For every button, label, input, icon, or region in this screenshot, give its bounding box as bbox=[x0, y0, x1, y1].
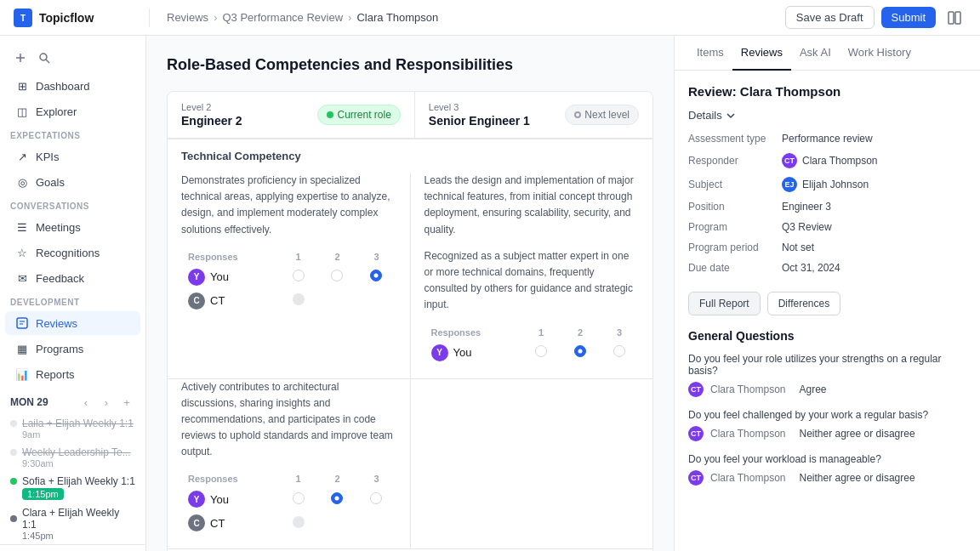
responses-header: Responses bbox=[181, 248, 279, 265]
question-block-1: Do you feel your role utilizes your stre… bbox=[688, 353, 966, 397]
next-role-badge: Next level bbox=[565, 105, 639, 125]
radio-1-2[interactable] bbox=[331, 270, 343, 281]
responses-header-2: Responses bbox=[181, 470, 279, 487]
details-row-assessment: Assessment type Performance review bbox=[688, 128, 966, 149]
sidebar-item-meetings[interactable]: ☰ Meetings bbox=[5, 215, 140, 239]
reviews-icon bbox=[15, 316, 29, 330]
answer-row-1: CT Clara Thompson Agree bbox=[688, 382, 966, 397]
col-3: 3 bbox=[356, 248, 396, 265]
competency-section-1: Technical Competency Demonstrates profic… bbox=[168, 139, 652, 378]
conversations-section-label: CONVERSATIONS bbox=[0, 195, 145, 214]
calendar-event-4[interactable]: Clara + Elijah Weekly 1:1 1:45pm bbox=[0, 503, 145, 544]
sidebar-bottom: ⚙ Settings bbox=[0, 544, 145, 551]
details-toggle[interactable]: Details bbox=[688, 109, 966, 122]
answer-avatar-2: CT bbox=[688, 426, 704, 441]
tab-reviews[interactable]: Reviews bbox=[732, 36, 791, 71]
calendar-event-2[interactable]: Weekly Leadership Te... 9:30am bbox=[0, 443, 145, 472]
radio2-2[interactable] bbox=[331, 492, 343, 504]
radio2-1[interactable] bbox=[293, 492, 305, 504]
recognitions-icon: ☆ bbox=[15, 246, 29, 259]
answer-avatar-3: CT bbox=[688, 470, 704, 486]
radio-1-1[interactable] bbox=[293, 270, 305, 281]
main-layout: ⊞ Dashboard ◫ Explorer EXPECTATIONS ↗ KP… bbox=[0, 36, 980, 551]
radio-r1[interactable] bbox=[535, 345, 547, 357]
tab-ask-ai[interactable]: Ask AI bbox=[791, 36, 840, 71]
competency-text-left-2: Actively contributes to architectural di… bbox=[181, 379, 396, 461]
col-2: 2 bbox=[318, 248, 357, 265]
answer-row-3: CT Clara Thompson Neither agree or disag… bbox=[688, 470, 966, 486]
calendar-event-3[interactable]: Sofia + Elijah Weekly 1:1 1:15pm bbox=[0, 472, 145, 503]
chevron-down-icon bbox=[726, 111, 736, 121]
question-text-1: Do you feel your role utilizes your stre… bbox=[688, 353, 966, 377]
question-text-2: Do you feel challenged by your work a re… bbox=[688, 409, 966, 421]
radio-r3[interactable] bbox=[613, 345, 625, 357]
table-row: Y You bbox=[181, 265, 396, 289]
tab-items[interactable]: Items bbox=[688, 36, 732, 71]
calendar-prev[interactable]: ‹ bbox=[77, 394, 94, 411]
sidebar-item-goals[interactable]: ◎ Goals bbox=[5, 170, 140, 194]
breadcrumb-sep1: › bbox=[214, 11, 217, 24]
response-table-2: Responses 1 2 3 Y You bbox=[181, 470, 396, 535]
next-level-label: Level 3 bbox=[429, 102, 538, 112]
radio2-3[interactable] bbox=[370, 492, 382, 504]
layout-toggle-icon[interactable] bbox=[943, 6, 966, 30]
current-level-name: Engineer 2 bbox=[181, 114, 290, 128]
calendar-next[interactable]: › bbox=[98, 394, 115, 411]
col-r1: 1 bbox=[521, 324, 561, 341]
details-row-period: Program period Not set bbox=[688, 237, 966, 258]
next-role-level: Level 3 Senior Engineer 1 bbox=[415, 92, 551, 138]
sidebar-item-reviews[interactable]: Reviews bbox=[5, 311, 140, 335]
col-2-1: 1 bbox=[279, 470, 318, 487]
competency-text-left-1: Demonstrates proficiency in specialized … bbox=[181, 173, 396, 238]
details-row-responder: Responder CT Clara Thompson bbox=[688, 149, 966, 173]
details-row-subject: Subject EJ Elijah Johnson bbox=[688, 173, 966, 196]
current-badge-dot bbox=[327, 111, 333, 118]
add-button[interactable] bbox=[10, 48, 31, 68]
details-row-due: Due date Oct 31, 2024 bbox=[688, 258, 966, 278]
competency-right-2 bbox=[411, 379, 653, 549]
tab-work-history[interactable]: Work History bbox=[840, 36, 920, 71]
svg-point-6 bbox=[40, 54, 47, 60]
calendar-event-1[interactable]: Laila + Elijah Weekly 1:1 9am bbox=[0, 414, 145, 443]
you-avatar: Y bbox=[188, 269, 205, 286]
sidebar-item-feedback[interactable]: ✉ Feedback bbox=[5, 266, 140, 290]
ct-avatar: C bbox=[188, 293, 205, 310]
responses-header-r: Responses bbox=[424, 324, 522, 341]
svg-rect-3 bbox=[955, 12, 960, 24]
responder-avatar: CT bbox=[782, 153, 797, 168]
competency-section-2: Actively contributes to architectural di… bbox=[168, 378, 652, 549]
current-role-level: Level 2 Engineer 2 bbox=[168, 92, 304, 138]
question-text-3: Do you feel your workload is manageable? bbox=[688, 453, 966, 465]
col-1: 1 bbox=[279, 248, 318, 265]
response-table-right-1: Responses 1 2 3 Y You bbox=[424, 324, 640, 365]
sidebar-item-explorer[interactable]: ◫ Explorer bbox=[5, 99, 140, 123]
radio-r2[interactable] bbox=[574, 345, 586, 357]
breadcrumb-reviews[interactable]: Reviews bbox=[167, 11, 208, 24]
save-draft-button[interactable]: Save as Draft bbox=[785, 6, 875, 29]
sidebar: ⊞ Dashboard ◫ Explorer EXPECTATIONS ↗ KP… bbox=[0, 36, 146, 551]
breadcrumb-q3review[interactable]: Q3 Performance Review bbox=[222, 11, 343, 24]
competency-title-1: Technical Competency bbox=[168, 139, 652, 173]
differences-button[interactable]: Differences bbox=[767, 292, 840, 315]
col-r3: 3 bbox=[600, 324, 639, 341]
content-area: Role-Based Competencies and Responsibili… bbox=[146, 36, 674, 551]
search-icon[interactable] bbox=[34, 48, 54, 68]
calendar-add[interactable]: + bbox=[118, 394, 135, 411]
sidebar-item-programs[interactable]: ▦ Programs bbox=[5, 337, 140, 361]
programs-icon: ▦ bbox=[15, 342, 29, 355]
right-panel-tabs: Items Reviews Ask AI Work History bbox=[675, 36, 980, 71]
sidebar-item-dashboard[interactable]: ⊞ Dashboard bbox=[5, 74, 140, 98]
ct-radio2-1 bbox=[293, 516, 305, 528]
expectations-section-label: EXPECTATIONS bbox=[0, 124, 145, 144]
answer-text-3: Neither agree or disagree bbox=[800, 472, 915, 484]
answer-text-1: Agree bbox=[800, 383, 827, 395]
sidebar-item-recognitions[interactable]: ☆ Recognitions bbox=[5, 241, 140, 264]
general-questions-title: General Questions bbox=[688, 329, 966, 343]
sidebar-item-reports[interactable]: 📊 Reports bbox=[5, 362, 140, 386]
radio-1-3[interactable] bbox=[370, 270, 382, 281]
sidebar-item-kpis[interactable]: ↗ KPIs bbox=[5, 145, 140, 168]
breadcrumb-sep2: › bbox=[348, 11, 351, 24]
full-report-button[interactable]: Full Report bbox=[688, 292, 761, 315]
submit-button[interactable]: Submit bbox=[881, 7, 936, 28]
explorer-icon: ◫ bbox=[15, 105, 29, 118]
